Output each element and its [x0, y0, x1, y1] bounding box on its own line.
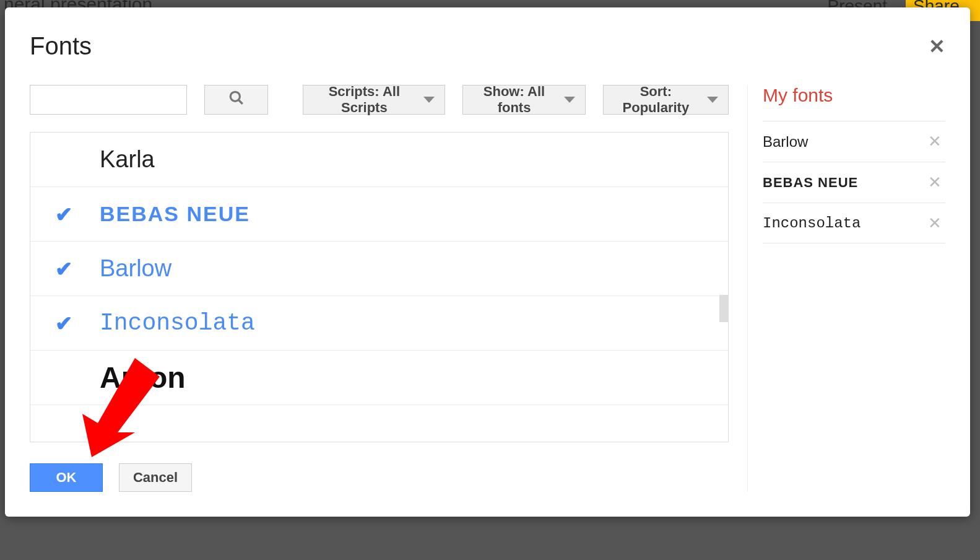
my-fonts-panel: My fonts Barlow ✕ Bebas Neue ✕ Inconsola…: [747, 85, 945, 492]
search-button[interactable]: [204, 85, 268, 115]
font-name: Karla: [100, 146, 155, 173]
check-icon: ✔: [55, 202, 77, 227]
chevron-down-icon: [423, 97, 435, 103]
close-icon[interactable]: ✕: [929, 35, 945, 58]
font-name: Anton: [100, 361, 186, 395]
sort-filter-label: Sort: Popularity: [614, 84, 698, 116]
chevron-down-icon: [707, 97, 718, 103]
font-list: ✔ Karla ✔ Bebas Neue ✔ Barlow ✔ Inconsol…: [30, 132, 729, 442]
remove-font-icon[interactable]: ✕: [928, 132, 945, 151]
sort-filter[interactable]: Sort: Popularity: [603, 85, 729, 115]
scrollbar-thumb[interactable]: [719, 295, 728, 322]
my-font-item[interactable]: Inconsolata ✕: [763, 203, 945, 243]
my-font-name: Barlow: [763, 133, 808, 151]
cancel-button[interactable]: Cancel: [119, 463, 192, 492]
remove-font-icon[interactable]: ✕: [928, 173, 945, 192]
dialog-footer: OK Cancel: [30, 463, 729, 492]
remove-font-icon[interactable]: ✕: [928, 214, 945, 233]
font-name: Inconsolata: [100, 310, 255, 336]
fonts-dialog: Fonts ✕ Scripts: All Scripts: [5, 7, 970, 517]
scripts-filter[interactable]: Scripts: All Scripts: [303, 85, 445, 115]
show-filter[interactable]: Show: All fonts: [462, 85, 585, 115]
check-icon: ✔: [55, 311, 77, 336]
chevron-down-icon: [564, 97, 575, 103]
show-filter-label: Show: All fonts: [473, 84, 555, 116]
font-name: Bebas Neue: [100, 202, 250, 226]
search-icon: [228, 90, 245, 110]
font-list-item[interactable]: ✔ Karla: [30, 133, 728, 187]
font-search-input[interactable]: [30, 85, 187, 115]
ok-button[interactable]: OK: [30, 463, 103, 492]
svg-point-0: [230, 92, 240, 101]
my-font-name: Bebas Neue: [763, 175, 858, 191]
dialog-header: Fonts ✕: [30, 32, 945, 60]
check-icon: ✔: [55, 256, 77, 281]
my-fonts-heading: My fonts: [763, 85, 945, 106]
my-font-name: Inconsolata: [763, 215, 861, 232]
scripts-filter-label: Scripts: All Scripts: [313, 84, 415, 116]
my-font-item[interactable]: Bebas Neue ✕: [763, 162, 945, 203]
font-list-item[interactable]: ✔ Inconsolata: [30, 296, 728, 351]
font-list-item[interactable]: ✔ Barlow: [30, 242, 728, 296]
svg-line-1: [238, 100, 243, 104]
dialog-title: Fonts: [30, 32, 92, 60]
font-name: Barlow: [100, 255, 171, 282]
font-list-item[interactable]: ✔ Bebas Neue: [30, 187, 728, 242]
font-list-item[interactable]: ✔ Anton: [30, 351, 728, 405]
my-font-item[interactable]: Barlow ✕: [763, 121, 945, 162]
font-controls-row: Scripts: All Scripts Show: All fonts Sor…: [30, 85, 729, 115]
